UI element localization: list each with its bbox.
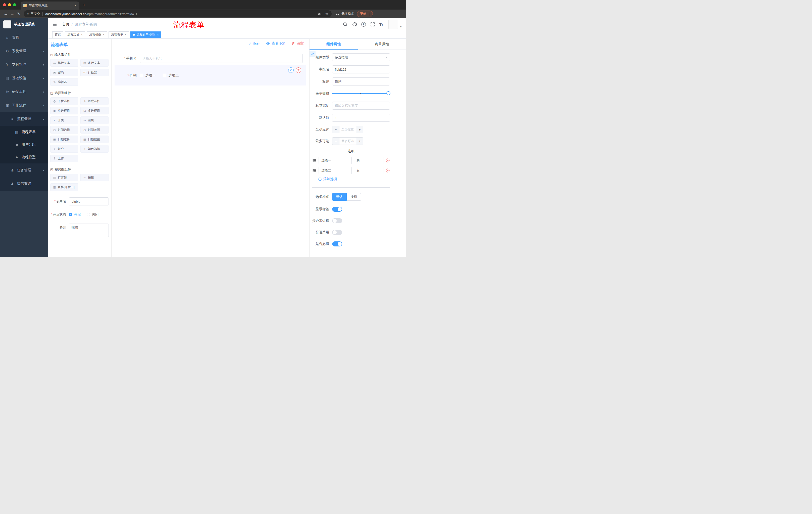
gender-option1-checkbox[interactable]: 选项一 (140, 73, 156, 78)
style-default-button[interactable]: 默认 (332, 193, 347, 201)
option2-value-input[interactable] (354, 167, 383, 174)
component-type-select[interactable]: 多选框组 ▾ (332, 53, 390, 61)
sidebar-item-process-mgmt[interactable]: ≡ 流程管理 ▴ (0, 112, 48, 126)
form-remark-textarea[interactable]: 嘿嘿 (69, 223, 109, 237)
sidebar-item-user-group[interactable]: ☻ 用户分组 (0, 138, 48, 151)
view-json-button[interactable]: 查看json (266, 41, 285, 46)
label-width-input[interactable] (332, 102, 390, 110)
component-radio-group[interactable]: ◉单选框组 (50, 107, 78, 114)
status-on-radio[interactable]: 开启 (69, 212, 81, 217)
max-select-input[interactable] (340, 138, 356, 144)
minimize-window-button[interactable] (8, 3, 11, 6)
component-time-picker[interactable]: ◷时间选择 (50, 126, 78, 134)
back-icon[interactable]: ← (2, 11, 9, 16)
sidebar-item-system-mgmt[interactable]: ⚙ 系统管理 ▾ (0, 44, 48, 58)
minus-button[interactable]: − (332, 126, 340, 133)
duplicate-widget-button[interactable] (288, 67, 294, 73)
remove-option-button[interactable] (385, 158, 390, 163)
form-name-input[interactable] (69, 197, 109, 206)
component-password[interactable]: ▣密码 (50, 69, 78, 76)
tab-form-props[interactable]: 表单属性 (358, 39, 406, 50)
component-checkbox-group[interactable]: ☑多选框组 (80, 107, 109, 114)
tab-home[interactable]: 首页 (52, 31, 63, 38)
sidebar-item-payment-mgmt[interactable]: ¥ 支付管理 ▾ (0, 58, 48, 72)
update-button[interactable]: 更新 ⋮ (357, 10, 373, 17)
component-button[interactable]: ☞按钮 (80, 174, 109, 181)
tab-component-props[interactable]: 组件属性 (310, 39, 358, 50)
save-button[interactable]: ✓ 保存 (249, 41, 260, 46)
show-label-toggle[interactable] (332, 207, 342, 212)
component-date-range[interactable]: ▩日期范围 (80, 136, 109, 143)
gender-option2-checkbox[interactable]: 选项二 (163, 73, 179, 78)
slider-handle[interactable] (386, 91, 390, 95)
option1-value-input[interactable] (354, 157, 383, 164)
title-input[interactable] (332, 77, 390, 85)
forward-icon[interactable]: → (9, 11, 16, 16)
default-value-input[interactable] (332, 114, 390, 122)
style-button-button[interactable]: 按钮 (347, 193, 361, 201)
zoom-window-button[interactable] (13, 3, 16, 6)
required-toggle[interactable] (332, 241, 342, 246)
tab-close-icon[interactable]: × (74, 3, 77, 7)
component-single-line-text[interactable]: ▭单行文本 (50, 59, 78, 66)
new-tab-button[interactable]: + (83, 2, 85, 7)
tab-close-icon[interactable]: × (103, 33, 105, 36)
font-size-icon[interactable]: TT (379, 22, 383, 27)
component-time-range[interactable]: ◴时间范围 (80, 126, 109, 134)
address-bar[interactable]: ⚠ 不安全 dashboard.yudao.iocoder.cn /bpm/ma… (24, 10, 331, 17)
browser-menu-kebab-icon[interactable]: ⋮ (368, 12, 371, 16)
remove-option-button[interactable] (385, 168, 390, 173)
sidebar-item-task-mgmt[interactable]: ⋔ 任务管理 ▾ (0, 163, 48, 177)
plus-button[interactable]: + (356, 138, 363, 144)
tab-close-icon[interactable]: × (125, 33, 126, 36)
tab-process-definition[interactable]: 流程定义 × (65, 31, 85, 38)
component-editor[interactable]: ✎编辑器 (50, 78, 78, 86)
sidebar-item-process-form[interactable]: ▤ 流程表单 (0, 126, 48, 138)
component-slider[interactable]: ⊸滑块 (80, 116, 109, 124)
component-table-dev[interactable]: ▦表格[开发中] (50, 183, 78, 191)
component-switch[interactable]: ◐开关 (50, 116, 78, 124)
tab-process-form[interactable]: 流程表单 × (109, 31, 129, 38)
add-option-button[interactable]: 添加选项 (318, 177, 390, 181)
option1-label-input[interactable] (319, 157, 352, 164)
phone-field-row[interactable]: *手机号 (115, 54, 306, 63)
form-grid-slider[interactable] (332, 89, 390, 98)
component-rate[interactable]: ☆评分 (50, 145, 78, 153)
gender-field-widget-selected[interactable]: *性别 选项一 选项二 (115, 65, 306, 85)
phone-input[interactable] (140, 54, 303, 63)
security-label[interactable]: 不安全 (31, 12, 40, 16)
help-icon[interactable]: ? (361, 22, 366, 27)
border-toggle[interactable] (332, 218, 342, 223)
github-icon[interactable] (352, 22, 357, 27)
sidebar-item-process-model[interactable]: ➤ 流程模型 (0, 151, 48, 163)
component-row-container[interactable]: ◫行容器 (50, 174, 78, 181)
minus-button[interactable]: − (332, 138, 340, 144)
component-multi-line-text[interactable]: ▤多行文本 (80, 59, 109, 66)
reload-icon[interactable]: ↻ (16, 11, 22, 16)
avatar-caret-icon[interactable]: ▾ (400, 25, 402, 28)
tab-process-form-edit[interactable]: 流程表单-编辑 × (130, 31, 161, 38)
min-select-input[interactable] (340, 126, 356, 133)
tab-process-model[interactable]: 流程模型 × (87, 31, 107, 38)
password-key-icon[interactable] (317, 11, 322, 16)
sidebar-item-dev-tools[interactable]: ⚒ 研发工具 ▾ (0, 85, 48, 99)
component-dropdown[interactable]: ◎下拉选择 (50, 97, 78, 105)
avatar[interactable] (388, 20, 398, 29)
disabled-toggle[interactable] (332, 230, 342, 235)
option2-label-input[interactable] (319, 167, 352, 174)
component-date-picker[interactable]: ▦日期选择 (50, 136, 78, 143)
close-window-button[interactable] (3, 3, 6, 6)
component-counter[interactable]: 123计数器 (80, 69, 109, 76)
delete-widget-button[interactable] (296, 67, 301, 73)
link-anchor-button[interactable] (310, 51, 316, 57)
browser-tab[interactable]: 芋道管理系统 × (21, 1, 79, 9)
component-upload[interactable]: ↥上传 (50, 155, 78, 162)
clear-button[interactable]: 清空 (291, 41, 304, 46)
field-name-input[interactable] (332, 65, 390, 74)
search-icon[interactable] (343, 22, 348, 27)
drag-handle-icon[interactable] (312, 168, 317, 173)
bookmark-star-icon[interactable]: ☆ (325, 11, 329, 16)
sidebar-item-workflow[interactable]: ▣ 工作流程 ▴ (0, 99, 48, 112)
fullscreen-icon[interactable] (370, 22, 375, 27)
sidebar-item-home[interactable]: ⌂ 首页 (0, 31, 48, 44)
